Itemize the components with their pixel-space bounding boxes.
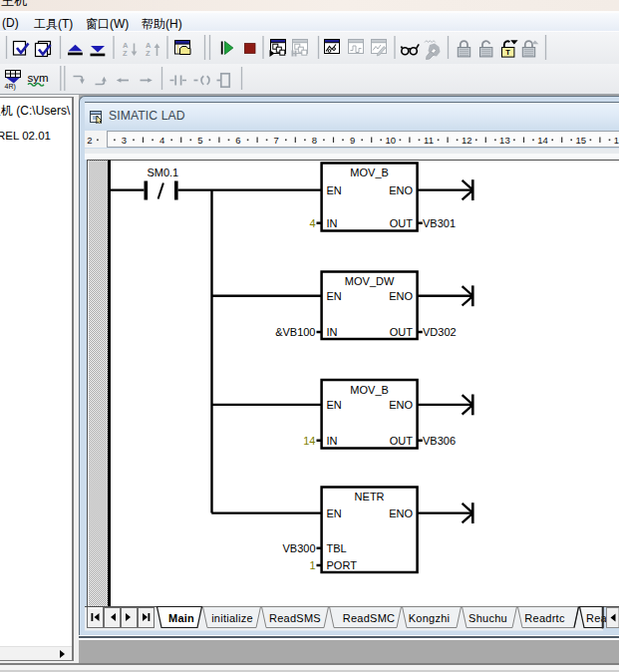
svg-text:2: 2 <box>87 135 92 146</box>
svg-text:IN: IN <box>327 326 338 338</box>
svg-text:sym: sym <box>28 72 49 84</box>
svg-text:12: 12 <box>462 135 472 146</box>
svg-text:MOV_B: MOV_B <box>350 167 389 178</box>
svg-text:NETR: NETR <box>355 491 385 503</box>
svg-text:OUT: OUT <box>390 435 414 447</box>
svg-text:4: 4 <box>309 217 315 229</box>
svg-text:IN: IN <box>327 217 338 229</box>
svg-text:8: 8 <box>312 135 317 146</box>
svg-text:13: 13 <box>499 135 510 146</box>
svg-text:VD302: VD302 <box>423 326 457 338</box>
svg-text:PORT: PORT <box>327 559 358 571</box>
svg-text:ENO: ENO <box>389 184 413 196</box>
svg-text:EN: EN <box>327 290 342 302</box>
svg-text:3: 3 <box>122 135 127 146</box>
svg-text:11: 11 <box>424 135 434 146</box>
svg-text:9: 9 <box>350 135 355 146</box>
svg-text:T: T <box>505 48 510 57</box>
svg-text:15: 15 <box>576 135 587 146</box>
svg-text:TBL: TBL <box>327 542 347 554</box>
svg-text:4: 4 <box>159 135 164 146</box>
svg-text:6: 6 <box>235 135 240 146</box>
svg-text:Rea: Rea <box>586 612 608 624</box>
svg-text:ENO: ENO <box>389 399 413 411</box>
svg-text:1: 1 <box>309 559 315 571</box>
svg-text:14: 14 <box>303 435 315 447</box>
svg-text:7: 7 <box>274 135 279 146</box>
svg-text:EN: EN <box>327 507 342 519</box>
svg-text:Z: Z <box>146 49 151 58</box>
svg-text:Shuchu: Shuchu <box>468 612 507 624</box>
svg-text:EN: EN <box>327 399 342 411</box>
svg-text:14: 14 <box>537 135 548 146</box>
svg-text:Z: Z <box>123 49 128 58</box>
svg-text:5: 5 <box>197 135 202 146</box>
svg-text:OUT: OUT <box>390 217 414 229</box>
svg-text:IN: IN <box>327 435 338 447</box>
svg-text:EN: EN <box>327 184 342 196</box>
svg-text:ReadSMC: ReadSMC <box>343 612 396 624</box>
svg-text:VB300: VB300 <box>282 542 315 554</box>
svg-text:16: 16 <box>614 135 619 146</box>
svg-text:initialize: initialize <box>211 612 253 624</box>
svg-text:4R): 4R) <box>5 83 16 91</box>
svg-text:10: 10 <box>386 135 397 146</box>
svg-text:Readrtc: Readrtc <box>524 612 565 624</box>
svg-text:&VB100: &VB100 <box>275 326 315 338</box>
svg-text:ENO: ENO <box>389 290 413 302</box>
svg-text:SM0.1: SM0.1 <box>147 167 178 178</box>
svg-text:MOV_B: MOV_B <box>350 384 389 396</box>
svg-text:MOV_DW: MOV_DW <box>345 275 395 287</box>
svg-text:ReadSMS: ReadSMS <box>269 612 321 624</box>
svg-text:ENO: ENO <box>389 507 413 519</box>
svg-text:VB306: VB306 <box>423 435 456 447</box>
svg-text:VB301: VB301 <box>423 217 456 229</box>
svg-text:Main: Main <box>168 612 194 624</box>
svg-text:OUT: OUT <box>390 326 414 338</box>
svg-text:Kongzhi: Kongzhi <box>409 612 451 624</box>
